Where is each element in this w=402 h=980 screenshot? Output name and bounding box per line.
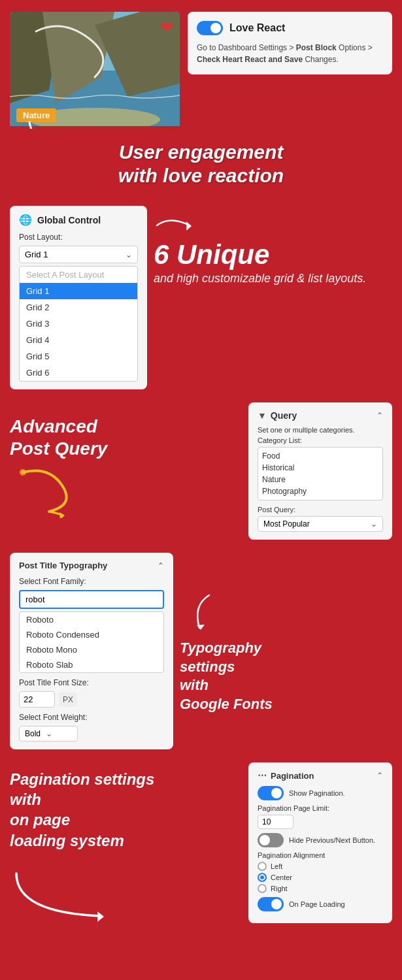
svg-marker-9 [59, 512, 65, 518]
love-react-toggle[interactable] [197, 21, 223, 35]
yellow-swirl [10, 466, 75, 518]
dropdown-item-grid2[interactable]: Grid 2 [20, 299, 137, 316]
post-query-label: Post Query: [258, 506, 383, 514]
page-limit-label: Pagination Page Limit: [258, 804, 383, 812]
query-panel-header: ▼ Query ⌃ [258, 410, 383, 421]
radio-left-label: Left [271, 862, 282, 870]
font-weight-select[interactable]: Bold ⌄ [19, 726, 78, 742]
query-left-label: Advanced Post Query [10, 402, 242, 521]
dropdown-placeholder: Select A Post Layout [20, 267, 137, 283]
typo-label-text: Typography settings with Google Fonts [180, 639, 392, 713]
svg-marker-11 [97, 911, 104, 922]
radio-right[interactable]: Right [258, 884, 383, 893]
font-size-row: PX [19, 691, 164, 708]
radio-right-label: Right [271, 885, 288, 892]
pagination-panel-title: ⋯ Pagination [258, 770, 314, 781]
font-roboto-slab[interactable]: Roboto Slab [20, 657, 163, 672]
on-page-loading-toggle[interactable] [258, 897, 284, 911]
svg-marker-7 [186, 221, 192, 231]
svg-marker-10 [197, 625, 205, 630]
section1-label: User engagement with love reaction [0, 135, 402, 199]
grid-sublabel: and high customizable grid & list layout… [154, 271, 366, 286]
panel-header: 🌐 Global Control [19, 214, 138, 226]
pagination-chevron-up[interactable]: ⌃ [377, 771, 383, 780]
show-pagination-label: Show Pagination. [289, 789, 345, 797]
pagination-left-label: Pagination settings with on page loading… [10, 762, 242, 928]
pagination-panel-header: ⋯ Pagination ⌃ [258, 770, 383, 781]
love-react-desc: Go to Dashboard Settings > Post Block Op… [197, 42, 383, 65]
radio-center-label: Center [271, 874, 292, 881]
font-roboto[interactable]: Roboto [20, 612, 163, 627]
on-page-loading-label: On Page Loading [289, 900, 345, 908]
post-query-chevron: ⌄ [371, 519, 377, 529]
font-roboto-mono[interactable]: Roboto Mono [20, 642, 163, 657]
font-weight-chevron: ⌄ [46, 729, 52, 738]
font-size-unit: PX [59, 693, 77, 707]
post-layout-label: Post Layout: [19, 233, 138, 242]
dots-icon: ⋯ [258, 770, 267, 781]
love-react-title: Love React [229, 22, 285, 34]
post-layout-select[interactable]: Grid 1 ⌄ [19, 246, 138, 263]
font-size-input[interactable] [19, 691, 55, 708]
page-limit-input[interactable] [258, 815, 293, 829]
layout-dropdown: Select A Post Layout Grid 1 Grid 2 Grid … [19, 266, 138, 382]
pagination-panel: ⋯ Pagination ⌃ Show Pagination. Paginati… [248, 762, 392, 923]
pagination-arrow [10, 860, 108, 926]
chevron-down-icon: ⌄ [126, 250, 132, 259]
radio-left[interactable]: Left [258, 862, 383, 871]
dropdown-item-grid4[interactable]: Grid 4 [20, 332, 137, 348]
pagination-label-text: Pagination settings with on page loading… [10, 769, 242, 851]
typo-chevron-up[interactable]: ⌃ [158, 561, 164, 570]
section-query: Advanced Post Query ▼ Query ⌃ Set one or… [0, 396, 402, 546]
section-typography: Post Title Typography ⌃ Select Font Fami… [0, 546, 402, 756]
hide-prev-next-toggle[interactable] [258, 833, 284, 847]
font-family-input[interactable] [19, 590, 164, 609]
on-page-loading-row: On Page Loading [258, 897, 383, 911]
love-react-panel: Love React Go to Dashboard Settings > Po… [188, 12, 392, 74]
section1-label-text: User engagement with love reaction [13, 140, 389, 188]
hide-prev-next-label: Hide Previous/Next Button. [289, 836, 375, 844]
arrow-annotation [23, 116, 75, 129]
heart-icon[interactable]: ❤ [160, 18, 173, 37]
font-size-label: Post Title Font Size: [19, 678, 164, 687]
dropdown-item-grid5[interactable]: Grid 5 [20, 348, 137, 365]
radio-center[interactable]: Center [258, 873, 383, 882]
section-grid: 🌐 Global Control Post Layout: Grid 1 ⌄ S… [0, 199, 402, 396]
font-roboto-condensed[interactable]: Roboto Condensed [20, 627, 163, 642]
typography-panel: Post Title Typography ⌃ Select Font Fami… [10, 553, 173, 749]
dropdown-item-grid6[interactable]: Grid 6 [20, 365, 137, 381]
show-pagination-row: Show Pagination. [258, 786, 383, 800]
grid-right: 6 Unique and high customizable grid & li… [154, 206, 392, 286]
typo-arrow [180, 592, 212, 631]
radio-dot-left [258, 862, 267, 871]
category-label: Category List: [258, 436, 383, 444]
category-food[interactable]: Food [262, 450, 378, 462]
radio-dot-right [258, 884, 267, 893]
query-chevron-up[interactable]: ⌃ [377, 411, 383, 420]
post-query-select[interactable]: Most Popular ⌄ [258, 516, 383, 532]
post-image-container: ❤ Nature [10, 12, 180, 129]
alignment-label: Pagination Alignment [258, 851, 383, 859]
typo-panel-title: Post Title Typography [19, 561, 107, 570]
love-react-header: Love React [197, 21, 383, 35]
global-control-panel: 🌐 Global Control Post Layout: Grid 1 ⌄ S… [10, 206, 147, 389]
font-weight-label: Select Font Weight: [19, 713, 164, 722]
hide-prev-next-row: Hide Previous/Next Button. [258, 833, 383, 847]
category-list-box: Food Historical Nature Photography [258, 447, 383, 500]
category-historical[interactable]: Historical [262, 462, 378, 474]
show-pagination-toggle[interactable] [258, 786, 284, 800]
panel-header-title: Global Control [37, 215, 101, 225]
category-photography[interactable]: Photography [262, 485, 378, 497]
dropdown-item-grid1[interactable]: Grid 1 [20, 283, 137, 299]
typo-panel-header: Post Title Typography ⌃ [19, 561, 164, 570]
dropdown-item-grid3[interactable]: Grid 3 [20, 316, 137, 332]
section-pagination: Pagination settings with on page loading… [0, 756, 402, 948]
font-dropdown: Roboto Roboto Condensed Roboto Mono Robo… [19, 612, 164, 673]
query-label-advanced: Advanced Post Query [10, 416, 242, 459]
query-panel: ▼ Query ⌃ Set one or multiple categories… [248, 402, 392, 540]
filter-icon: ▼ [258, 410, 267, 421]
category-nature[interactable]: Nature [262, 474, 378, 485]
globe-icon: 🌐 [19, 214, 32, 226]
query-panel-title: ▼ Query [258, 410, 297, 421]
font-family-label: Select Font Family: [19, 577, 164, 586]
